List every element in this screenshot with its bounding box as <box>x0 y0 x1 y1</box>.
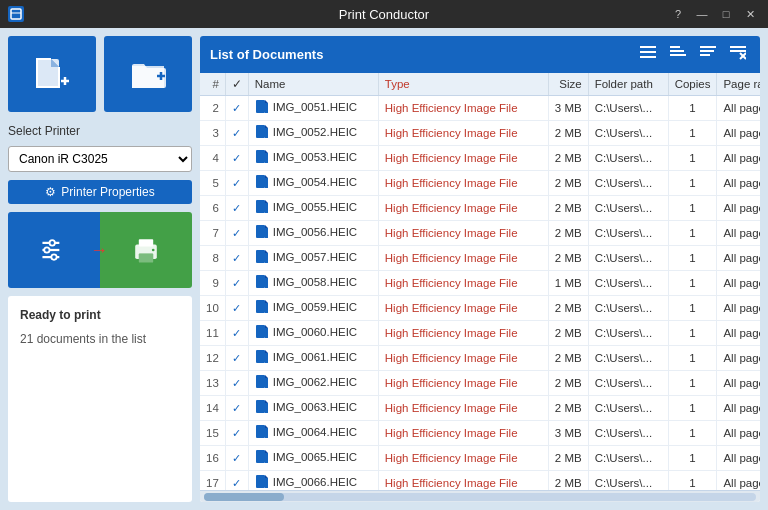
check-icon: ✓ <box>232 452 241 464</box>
table-row[interactable]: 8 ✓ IMG_0057.HEIC High Efficiency Image … <box>200 246 760 271</box>
cell-folder: C:\Users\... <box>588 221 668 246</box>
col-header-copies[interactable]: Copies <box>668 73 717 96</box>
close-button[interactable]: ✕ <box>740 4 760 24</box>
col-header-name[interactable]: Name <box>248 73 378 96</box>
table-row[interactable]: 3 ✓ IMG_0052.HEIC High Efficiency Image … <box>200 121 760 146</box>
svg-rect-23 <box>670 54 686 56</box>
list-header: List of Documents <box>200 36 760 73</box>
app-icon <box>8 6 24 22</box>
svg-rect-24 <box>700 46 716 48</box>
file-icon <box>255 199 269 215</box>
table-row[interactable]: 14 ✓ IMG_0063.HEIC High Efficiency Image… <box>200 396 760 421</box>
status-box: Ready to print 21 documents in the list <box>8 296 192 502</box>
cell-folder: C:\Users\... <box>588 296 668 321</box>
table-row[interactable]: 11 ✓ IMG_0060.HEIC High Efficiency Image… <box>200 321 760 346</box>
document-table-container[interactable]: # ✓ Name Type Size Folder path Copies Pa… <box>200 73 760 490</box>
printer-properties-label: Printer Properties <box>61 185 154 199</box>
cell-size: 2 MB <box>548 296 588 321</box>
table-row[interactable]: 9 ✓ IMG_0058.HEIC High Efficiency Image … <box>200 271 760 296</box>
maximize-button[interactable]: □ <box>716 4 736 24</box>
cell-folder: C:\Users\... <box>588 421 668 446</box>
cell-copies: 1 <box>668 421 717 446</box>
check-icon: ✓ <box>232 102 241 114</box>
sort-asc-button[interactable] <box>666 44 690 65</box>
cell-pagerange: All pages <box>717 221 760 246</box>
table-row[interactable]: 5 ✓ IMG_0054.HEIC High Efficiency Image … <box>200 171 760 196</box>
svg-rect-54 <box>265 278 268 288</box>
svg-rect-40 <box>256 175 265 188</box>
cell-pagerange: All pages <box>717 96 760 121</box>
cell-check: ✓ <box>225 271 248 296</box>
table-row[interactable]: 4 ✓ IMG_0053.HEIC High Efficiency Image … <box>200 146 760 171</box>
cell-pagerange: All pages <box>717 171 760 196</box>
add-files-button[interactable] <box>8 36 96 112</box>
table-row[interactable]: 13 ✓ IMG_0062.HEIC High Efficiency Image… <box>200 371 760 396</box>
file-icon <box>255 249 269 265</box>
check-icon: ✓ <box>232 477 241 489</box>
add-folder-button[interactable] <box>104 36 192 112</box>
help-button[interactable]: ? <box>668 4 688 24</box>
svg-rect-67 <box>256 400 265 413</box>
cell-size: 2 MB <box>548 446 588 471</box>
table-row[interactable]: 17 ✓ IMG_0066.HEIC High Efficiency Image… <box>200 471 760 491</box>
table-row[interactable]: 10 ✓ IMG_0059.HEIC High Efficiency Image… <box>200 296 760 321</box>
table-body: 2 ✓ IMG_0051.HEIC High Efficiency Image … <box>200 96 760 491</box>
col-header-size[interactable]: Size <box>548 73 588 96</box>
cell-pagerange: All pages <box>717 321 760 346</box>
cell-name: IMG_0052.HEIC <box>248 121 378 146</box>
cell-num: 9 <box>200 271 225 296</box>
cell-name: IMG_0061.HEIC <box>248 346 378 371</box>
svg-rect-57 <box>265 303 268 313</box>
svg-rect-31 <box>256 100 265 113</box>
cell-check: ✓ <box>225 96 248 121</box>
table-row[interactable]: 7 ✓ IMG_0056.HEIC High Efficiency Image … <box>200 221 760 246</box>
list-view-button[interactable] <box>636 44 660 65</box>
cell-pagerange: All pages <box>717 396 760 421</box>
col-header-folder[interactable]: Folder path <box>588 73 668 96</box>
svg-rect-18 <box>640 46 656 48</box>
cell-num: 12 <box>200 346 225 371</box>
settings-button[interactable] <box>8 212 100 288</box>
table-row[interactable]: 2 ✓ IMG_0051.HEIC High Efficiency Image … <box>200 96 760 121</box>
svg-rect-16 <box>139 254 153 263</box>
col-header-type[interactable]: Type <box>378 73 548 96</box>
check-icon: ✓ <box>232 327 241 339</box>
svg-rect-34 <box>256 125 265 138</box>
svg-rect-63 <box>265 353 268 363</box>
printer-properties-button[interactable]: Printer Properties <box>8 180 192 204</box>
file-icon <box>255 149 269 165</box>
svg-marker-68 <box>265 400 268 403</box>
clear-button[interactable] <box>726 44 750 65</box>
printer-select[interactable]: Canon iR C3025 <box>8 146 192 172</box>
svg-marker-32 <box>265 100 268 103</box>
col-header-num[interactable]: # <box>200 73 225 96</box>
horizontal-scrollbar-track[interactable] <box>204 493 756 501</box>
svg-marker-62 <box>265 350 268 353</box>
svg-rect-21 <box>670 46 680 48</box>
table-row[interactable]: 15 ✓ IMG_0064.HEIC High Efficiency Image… <box>200 421 760 446</box>
table-row[interactable]: 16 ✓ IMG_0065.HEIC High Efficiency Image… <box>200 446 760 471</box>
table-row[interactable]: 12 ✓ IMG_0061.HEIC High Efficiency Image… <box>200 346 760 371</box>
sort-desc-button[interactable] <box>696 44 720 65</box>
main-area: Select Printer Canon iR C3025 Printer Pr… <box>0 28 768 510</box>
cell-check: ✓ <box>225 446 248 471</box>
minimize-button[interactable]: — <box>692 4 712 24</box>
file-icon <box>255 124 269 140</box>
col-header-pagerange[interactable]: Page range <box>717 73 760 96</box>
table-row[interactable]: 6 ✓ IMG_0055.HEIC High Efficiency Image … <box>200 196 760 221</box>
cell-copies: 1 <box>668 96 717 121</box>
cell-pagerange: All pages <box>717 121 760 146</box>
horizontal-scrollbar-thumb[interactable] <box>204 493 284 501</box>
col-header-check[interactable]: ✓ <box>225 73 248 96</box>
cell-size: 2 MB <box>548 396 588 421</box>
svg-rect-48 <box>265 228 268 238</box>
svg-rect-36 <box>265 128 268 138</box>
cell-copies: 1 <box>668 471 717 491</box>
svg-marker-38 <box>265 150 268 153</box>
cell-name: IMG_0062.HEIC <box>248 371 378 396</box>
cell-size: 1 MB <box>548 271 588 296</box>
cell-size: 2 MB <box>548 196 588 221</box>
svg-rect-55 <box>256 300 265 313</box>
cell-type: High Efficiency Image File <box>378 396 548 421</box>
print-button[interactable] <box>100 212 192 288</box>
